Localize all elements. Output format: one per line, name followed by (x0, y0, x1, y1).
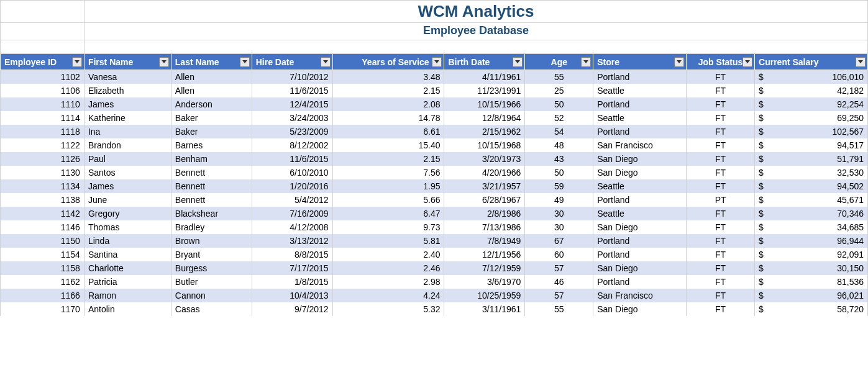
cell-first-name[interactable]: Elizabeth (84, 84, 171, 97)
cell-current-salary[interactable]: $51,791 (755, 152, 868, 166)
cell-first-name[interactable]: Linda (84, 234, 171, 248)
cell-hire-date[interactable]: 9/7/2012 (252, 302, 332, 316)
cell-employee-id[interactable]: 1166 (1, 289, 85, 302)
cell-hire-date[interactable]: 7/10/2012 (252, 70, 332, 84)
cell-store[interactable]: Seattle (593, 111, 687, 125)
cell-hire-date[interactable]: 11/6/2015 (252, 84, 332, 97)
cell-hire-date[interactable]: 11/6/2015 (252, 152, 332, 166)
column-header-last[interactable]: Last Name (171, 54, 252, 70)
cell-age[interactable]: 55 (525, 302, 593, 316)
cell-employee-id[interactable]: 1162 (1, 275, 85, 289)
cell-employee-id[interactable]: 1158 (1, 261, 85, 275)
cell-last-name[interactable]: Allen (171, 70, 252, 84)
cell-hire-date[interactable]: 10/4/2013 (252, 289, 332, 302)
column-header-yos[interactable]: Years of Service (332, 54, 444, 70)
cell-job-status[interactable]: FT (687, 275, 755, 289)
filter-dropdown-icon[interactable] (240, 57, 250, 67)
cell-age[interactable]: 57 (525, 289, 593, 302)
filter-dropdown-icon[interactable] (513, 57, 523, 67)
cell-birth-date[interactable]: 2/8/1986 (444, 207, 525, 220)
cell-birth-date[interactable]: 6/28/1967 (444, 193, 525, 207)
cell-birth-date[interactable]: 12/8/1964 (444, 111, 525, 125)
cell-hire-date[interactable]: 6/10/2010 (252, 166, 332, 179)
column-header-store[interactable]: Store (593, 54, 687, 70)
filter-dropdown-icon[interactable] (674, 57, 684, 67)
cell-employee-id[interactable]: 1118 (1, 125, 85, 138)
cell-store[interactable]: San Diego (593, 166, 687, 179)
cell-current-salary[interactable]: $45,671 (755, 193, 868, 207)
cell-years-of-service[interactable]: 2.40 (332, 248, 444, 261)
cell-store[interactable]: Portland (593, 234, 687, 248)
cell-years-of-service[interactable]: 15.40 (332, 138, 444, 152)
cell-current-salary[interactable]: $94,517 (755, 138, 868, 152)
cell-last-name[interactable]: Casas (171, 302, 252, 316)
cell-store[interactable]: Portland (593, 70, 687, 84)
cell-age[interactable]: 57 (525, 261, 593, 275)
cell-store[interactable]: San Diego (593, 220, 687, 234)
cell-store[interactable]: San Diego (593, 152, 687, 166)
cell-hire-date[interactable]: 3/24/2003 (252, 111, 332, 125)
cell-age[interactable]: 59 (525, 179, 593, 193)
cell-store[interactable]: Portland (593, 248, 687, 261)
cell-job-status[interactable]: FT (687, 152, 755, 166)
cell-employee-id[interactable]: 1122 (1, 138, 85, 152)
cell-employee-id[interactable]: 1102 (1, 70, 85, 84)
cell-last-name[interactable]: Bradley (171, 220, 252, 234)
cell-hire-date[interactable]: 1/20/2016 (252, 179, 332, 193)
cell-first-name[interactable]: Paul (84, 152, 171, 166)
cell-current-salary[interactable]: $34,685 (755, 220, 868, 234)
cell-job-status[interactable]: FT (687, 248, 755, 261)
cell-hire-date[interactable]: 7/17/2015 (252, 261, 332, 275)
cell-first-name[interactable]: Charlotte (84, 261, 171, 275)
cell-age[interactable]: 67 (525, 234, 593, 248)
cell-years-of-service[interactable]: 2.08 (332, 97, 444, 111)
cell-age[interactable]: 49 (525, 193, 593, 207)
cell-job-status[interactable]: PT (687, 193, 755, 207)
cell-years-of-service[interactable]: 5.66 (332, 193, 444, 207)
cell-current-salary[interactable]: $96,944 (755, 234, 868, 248)
cell-age[interactable]: 30 (525, 207, 593, 220)
cell-job-status[interactable]: FT (687, 97, 755, 111)
cell-current-salary[interactable]: $30,150 (755, 261, 868, 275)
column-header-salary[interactable]: Current Salary (755, 54, 868, 70)
cell-birth-date[interactable]: 3/11/1961 (444, 302, 525, 316)
cell-last-name[interactable]: Bennett (171, 179, 252, 193)
cell-current-salary[interactable]: $70,346 (755, 207, 868, 220)
cell-last-name[interactable]: Baker (171, 111, 252, 125)
cell-job-status[interactable]: FT (687, 179, 755, 193)
cell-last-name[interactable]: Bryant (171, 248, 252, 261)
cell-last-name[interactable]: Bennett (171, 166, 252, 179)
cell-last-name[interactable]: Burgess (171, 261, 252, 275)
blank-cell[interactable] (1, 23, 85, 40)
column-header-job[interactable]: Job Status (687, 54, 755, 70)
cell-first-name[interactable]: Vanesa (84, 70, 171, 84)
cell-job-status[interactable]: FT (687, 138, 755, 152)
cell-employee-id[interactable]: 1126 (1, 152, 85, 166)
cell-first-name[interactable]: Patricia (84, 275, 171, 289)
cell-store[interactable]: San Diego (593, 261, 687, 275)
cell-job-status[interactable]: FT (687, 125, 755, 138)
cell-years-of-service[interactable]: 14.78 (332, 111, 444, 125)
cell-birth-date[interactable]: 3/21/1957 (444, 179, 525, 193)
cell-years-of-service[interactable]: 6.47 (332, 207, 444, 220)
cell-employee-id[interactable]: 1150 (1, 234, 85, 248)
cell-years-of-service[interactable]: 6.61 (332, 125, 444, 138)
cell-current-salary[interactable]: $81,536 (755, 275, 868, 289)
cell-hire-date[interactable]: 1/8/2015 (252, 275, 332, 289)
cell-first-name[interactable]: June (84, 193, 171, 207)
blank-cell[interactable] (84, 40, 867, 54)
cell-birth-date[interactable]: 3/20/1973 (444, 152, 525, 166)
cell-age[interactable]: 25 (525, 84, 593, 97)
cell-birth-date[interactable]: 3/6/1970 (444, 275, 525, 289)
cell-birth-date[interactable]: 2/15/1962 (444, 125, 525, 138)
cell-hire-date[interactable]: 8/8/2015 (252, 248, 332, 261)
cell-job-status[interactable]: FT (687, 261, 755, 275)
cell-first-name[interactable]: Brandon (84, 138, 171, 152)
cell-age[interactable]: 48 (525, 138, 593, 152)
cell-age[interactable]: 55 (525, 70, 593, 84)
filter-dropdown-icon[interactable] (321, 57, 331, 67)
cell-hire-date[interactable]: 7/16/2009 (252, 207, 332, 220)
cell-current-salary[interactable]: $58,720 (755, 302, 868, 316)
cell-last-name[interactable]: Allen (171, 84, 252, 97)
cell-years-of-service[interactable]: 7.56 (332, 166, 444, 179)
